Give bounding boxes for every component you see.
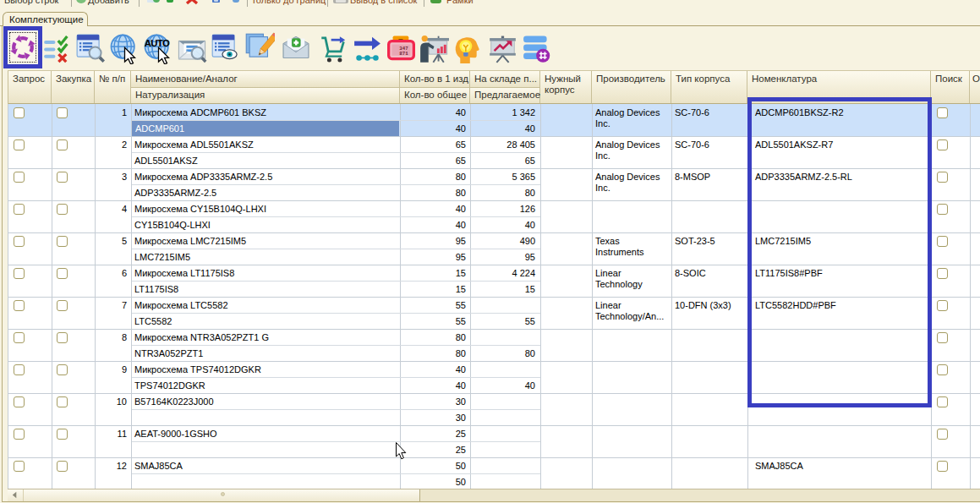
svg-text:AUTO: AUTO — [145, 38, 170, 48]
svg-text:871: 871 — [399, 51, 408, 57]
